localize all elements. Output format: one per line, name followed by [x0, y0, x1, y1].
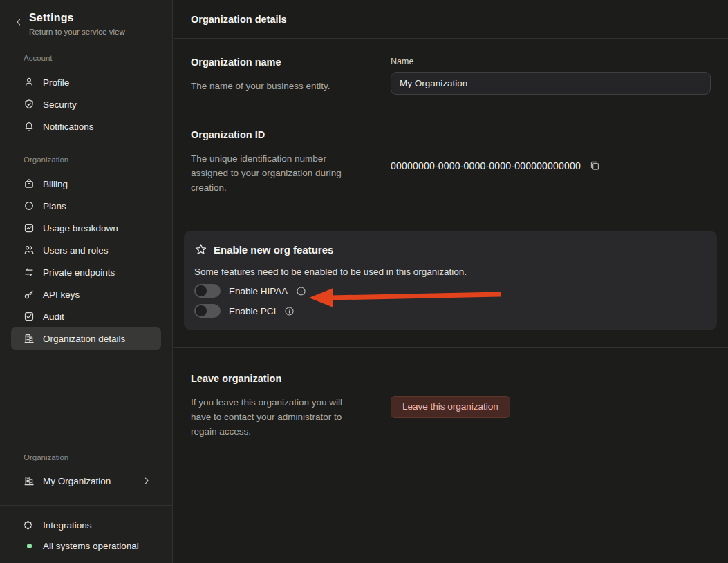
enable-features-card: Enable new org features Some features ne…	[184, 231, 717, 330]
chevron-right-icon	[142, 476, 151, 486]
leave-description: If you leave this organization you will …	[191, 395, 364, 439]
sidebar-item-audit[interactable]: Audit	[11, 305, 161, 327]
sidebar-item-label: API keys	[43, 289, 80, 300]
page-header: Organization details	[174, 0, 728, 39]
leave-organization-button[interactable]: Leave this organization	[391, 396, 510, 418]
building-icon	[24, 475, 35, 486]
sidebar-item-label: Security	[43, 99, 77, 110]
sidebar-item-organization-details[interactable]: Organization details	[11, 327, 161, 350]
info-icon[interactable]	[296, 286, 306, 296]
circle-icon	[24, 200, 35, 211]
sidebar-item-plans[interactable]: Plans	[11, 195, 161, 217]
sidebar-item-label: Notifications	[43, 122, 94, 132]
organization-name-section: Organization name The name of your busin…	[174, 57, 728, 95]
sidebar-item-api-keys[interactable]: API keys	[11, 283, 161, 305]
org-id-title: Organization ID	[191, 129, 391, 140]
sidebar-item-label: Audit	[43, 312, 64, 322]
section-label-account: Account	[24, 54, 172, 62]
leave-title: Leave organization	[191, 373, 391, 384]
divider	[0, 505, 172, 506]
sidebar-item-security[interactable]: Security	[11, 93, 161, 115]
sidebar-title: Settings	[29, 12, 125, 24]
users-icon	[24, 245, 35, 256]
settings-sidebar: Settings Return to your service view Acc…	[0, 0, 173, 563]
integrations-link[interactable]: Integrations	[11, 515, 161, 535]
organization-id-section: Organization ID The unique identificatio…	[174, 129, 728, 195]
features-card-description: Some features need to be enabled to be u…	[194, 267, 703, 277]
enable-pci-toggle[interactable]	[194, 304, 221, 318]
section-label-organization: Organization	[24, 155, 172, 164]
org-name-description: The name of your business entity.	[191, 79, 364, 93]
section-label-organization-switcher: Organization	[24, 453, 172, 461]
hipaa-toggle-row: Enable HIPAA	[194, 284, 703, 298]
puzzle-icon	[24, 519, 35, 531]
star-icon	[194, 243, 207, 256]
integrations-label: Integrations	[43, 520, 92, 531]
key-icon	[24, 289, 35, 300]
sidebar-item-label: Billing	[43, 179, 68, 189]
sidebar-item-label: Profile	[43, 77, 69, 88]
toggle-knob	[196, 305, 207, 316]
sidebar-item-label: Usage breakdown	[43, 223, 118, 233]
audit-check-icon	[24, 311, 35, 322]
organization-name-input[interactable]	[391, 72, 711, 95]
organization-switcher[interactable]: My Organization	[11, 470, 161, 491]
sidebar-item-profile[interactable]: Profile	[11, 71, 161, 93]
organization-switcher-label: My Organization	[43, 476, 111, 486]
chart-icon	[24, 222, 35, 233]
enable-hipaa-toggle[interactable]	[194, 284, 221, 298]
sidebar-item-private-endpoints[interactable]: Private endpoints	[11, 261, 161, 283]
shield-check-icon	[24, 99, 35, 110]
sidebar-item-notifications[interactable]: Notifications	[11, 115, 161, 137]
back-button[interactable]	[14, 12, 24, 36]
swap-arrows-icon	[24, 267, 35, 278]
building-icon	[24, 333, 35, 344]
enable-pci-label: Enable PCI	[229, 306, 276, 316]
sidebar-subtitle: Return to your service view	[29, 28, 125, 36]
leave-organization-section: Leave organization If you leave this org…	[174, 373, 728, 439]
copy-icon[interactable]	[589, 160, 601, 171]
page-title: Organization details	[191, 14, 287, 25]
wallet-icon	[24, 178, 35, 189]
chevron-left-icon	[14, 17, 24, 27]
sidebar-item-usage-breakdown[interactable]: Usage breakdown	[11, 217, 161, 239]
sidebar-item-label: Plans	[43, 201, 66, 211]
org-id-description: The unique identification number assigne…	[191, 151, 364, 195]
sidebar-item-billing[interactable]: Billing	[11, 173, 161, 195]
system-status-label: All systems operational	[43, 541, 139, 551]
sidebar-item-label: Users and roles	[43, 245, 109, 256]
organization-id-value: 00000000-0000-0000-0000-000000000000	[391, 160, 581, 171]
system-status-link[interactable]: All systems operational	[11, 535, 161, 556]
sidebar-footer: Organization My Organization Integration…	[0, 453, 172, 563]
divider	[174, 347, 728, 348]
info-icon[interactable]	[284, 306, 295, 316]
main-content: Organization details Organization name T…	[174, 0, 728, 563]
status-dot-icon	[26, 543, 32, 549]
bell-icon	[24, 121, 35, 132]
features-card-title: Enable new org features	[214, 244, 333, 256]
sidebar-item-label: Organization details	[43, 334, 125, 344]
pci-toggle-row: Enable PCI	[194, 304, 703, 318]
org-name-title: Organization name	[191, 57, 391, 68]
enable-hipaa-label: Enable HIPAA	[229, 286, 288, 296]
sidebar-item-users-and-roles[interactable]: Users and roles	[11, 239, 161, 261]
name-field-label: Name	[391, 57, 711, 66]
sidebar-header: Settings Return to your service view	[0, 0, 172, 36]
toggle-knob	[196, 285, 207, 296]
user-icon	[24, 77, 35, 88]
sidebar-item-label: Private endpoints	[43, 267, 115, 278]
